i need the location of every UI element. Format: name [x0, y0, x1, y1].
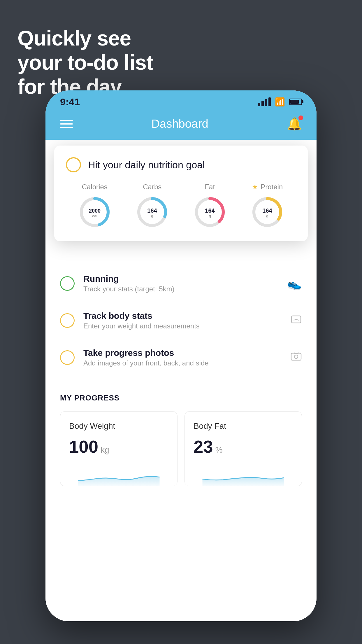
- todo-item-photos[interactable]: Take progress photos Add images of your …: [45, 339, 317, 376]
- progress-title: MY PROGRESS: [60, 393, 302, 402]
- todo-list: Running Track your stats (target: 5km) 👟…: [45, 265, 317, 376]
- svg-text:164: 164: [147, 207, 157, 214]
- fat-label: Fat: [205, 183, 215, 191]
- todo-circle-photos: [60, 350, 75, 365]
- signal-icon: [258, 97, 271, 106]
- todo-title-body-stats: Track body stats: [83, 311, 282, 321]
- status-icons: 📶: [258, 97, 302, 107]
- carbs-donut: 164 g: [135, 195, 170, 230]
- protein-label: ★ Protein: [252, 183, 283, 191]
- calories-label: Calories: [82, 183, 108, 191]
- svg-text:164: 164: [205, 207, 215, 214]
- nutrition-fat: Fat 164 g: [192, 183, 227, 230]
- progress-card-weight[interactable]: Body Weight 100 kg: [60, 411, 178, 486]
- photo-icon: [290, 351, 302, 365]
- svg-point-18: [294, 355, 298, 358]
- card-check-circle: [66, 157, 81, 172]
- nutrition-protein: ★ Protein 164 g: [250, 183, 285, 230]
- notification-bell[interactable]: 🔔: [287, 117, 302, 131]
- nutrition-card[interactable]: Hit your daily nutrition goal Calories 2…: [54, 146, 308, 241]
- wifi-icon: 📶: [275, 97, 285, 107]
- body-fat-value: 23 %: [194, 437, 293, 457]
- progress-card-fat[interactable]: Body Fat 23 %: [184, 411, 302, 486]
- todo-circle-body-stats: [60, 313, 75, 328]
- battery-icon: [289, 99, 302, 105]
- protein-star-icon: ★: [252, 183, 258, 191]
- card-title-row: Hit your daily nutrition goal: [66, 157, 296, 172]
- svg-text:cal: cal: [92, 214, 97, 218]
- progress-cards: Body Weight 100 kg: [60, 411, 302, 486]
- todo-text-body-stats: Track body stats Enter your weight and m…: [83, 311, 282, 330]
- shoe-icon: 👟: [287, 277, 302, 290]
- body-fat-sparkline: [194, 466, 293, 486]
- status-time: 9:41: [60, 96, 80, 108]
- scale-icon: [290, 314, 302, 328]
- card-title: Hit your daily nutrition goal: [88, 159, 205, 171]
- todo-title-photos: Take progress photos: [83, 348, 282, 358]
- protein-donut: 164 g: [250, 195, 285, 230]
- svg-text:164: 164: [263, 207, 273, 214]
- svg-text:2000: 2000: [89, 208, 101, 214]
- todo-item-body-stats[interactable]: Track body stats Enter your weight and m…: [45, 302, 317, 339]
- svg-text:g: g: [209, 214, 211, 218]
- body-weight-sparkline: [69, 466, 168, 486]
- content-area: THINGS TO DO TODAY Hit your daily nutrit…: [45, 140, 317, 621]
- body-weight-value: 100 kg: [69, 437, 168, 457]
- phone-mockup: 9:41 📶 Dashboard 🔔 THINGS TO DO TODAY: [45, 90, 317, 621]
- carbs-label: Carbs: [143, 183, 161, 191]
- body-weight-num: 100: [69, 437, 98, 457]
- progress-section: MY PROGRESS Body Weight 100 kg: [45, 382, 317, 486]
- todo-text-running: Running Track your stats (target: 5km): [83, 274, 279, 293]
- svg-rect-17: [291, 353, 301, 360]
- body-fat-unit: %: [215, 445, 223, 455]
- nutrition-row: Calories 2000 cal Carbs 164 g: [66, 183, 296, 230]
- fat-donut: 164 g: [192, 195, 227, 230]
- headline-line2: your to-do list: [17, 50, 153, 75]
- svg-text:g: g: [151, 214, 153, 218]
- todo-subtitle-running: Track your stats (target: 5km): [83, 285, 279, 293]
- nutrition-calories: Calories 2000 cal: [77, 183, 112, 230]
- headline: Quickly see your to-do list for the day.: [17, 26, 153, 99]
- app-header: Dashboard 🔔: [45, 111, 317, 140]
- headline-line1: Quickly see: [17, 26, 153, 50]
- todo-subtitle-photos: Add images of your front, back, and side: [83, 359, 282, 367]
- notification-dot: [298, 116, 303, 120]
- todo-circle-running: [60, 276, 75, 291]
- calories-donut: 2000 cal: [77, 195, 112, 230]
- body-fat-num: 23: [194, 437, 213, 457]
- todo-subtitle-body-stats: Enter your weight and measurements: [83, 322, 282, 330]
- nutrition-carbs: Carbs 164 g: [135, 183, 170, 230]
- todo-title-running: Running: [83, 274, 279, 284]
- body-weight-unit: kg: [101, 445, 109, 455]
- todo-item-running[interactable]: Running Track your stats (target: 5km) 👟: [45, 265, 317, 302]
- body-weight-title: Body Weight: [69, 421, 168, 431]
- body-fat-title: Body Fat: [194, 421, 293, 431]
- svg-text:g: g: [266, 214, 268, 218]
- header-title: Dashboard: [151, 117, 208, 130]
- todo-text-photos: Take progress photos Add images of your …: [83, 348, 282, 367]
- hamburger-menu[interactable]: [60, 120, 73, 128]
- status-bar: 9:41 📶: [45, 90, 317, 111]
